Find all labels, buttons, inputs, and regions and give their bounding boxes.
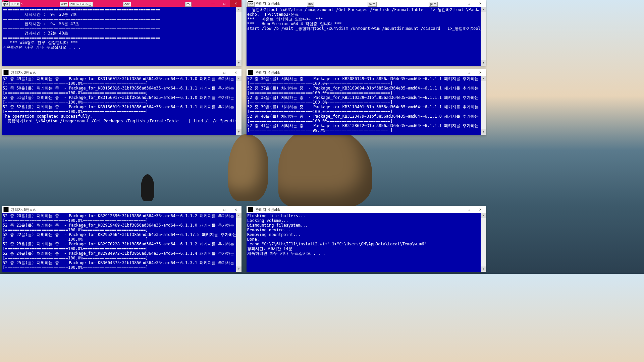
cmd-icon: [248, 207, 253, 212]
close-button[interactable]: ✕: [475, 206, 486, 213]
terminal-line: [==========================100.0%=======…: [3, 246, 241, 251]
terminal-line: Done.: [247, 237, 485, 242]
terminal-line: 경과시간 : 32분 40초: [3, 31, 241, 36]
minimize-button[interactable]: —: [207, 206, 219, 213]
terminal-line: *** wim경로 전부 설정합니다 ***: [3, 40, 241, 45]
terminal-body[interactable]: ========================================…: [2, 7, 241, 66]
terminal-line: 52 중 52을(를) 처리하는 중 - Package_for_KB31560…: [3, 105, 241, 109]
terminal-window-2[interactable]: 관리자: 2번ahk — □ ✕ _통합하기tool_\x64\dism /im…: [247, 0, 486, 66]
titlebar[interactable]: 관리자: 6번ahk — □ ✕: [247, 206, 486, 213]
terminal-line: [==========================100.0%=======…: [247, 81, 485, 86]
terminal-line: [==========================100.0%=======…: [3, 109, 241, 114]
scroll-up-icon[interactable]: ▴: [236, 7, 241, 12]
scrollbar[interactable]: ▴ ▾: [236, 213, 241, 272]
terminal-line: 계속하려면 아무 키나 누르십시오 . . .: [247, 251, 485, 256]
minimize-button[interactable]: —: [207, 0, 219, 7]
titlebar[interactable]: 1번ahk — □ ✕: [2, 0, 241, 7]
terminal-line: ========================================…: [3, 26, 241, 31]
hotkey-label: ihn: [307, 2, 314, 7]
terminal-line: [==========================100.0%=======…: [3, 265, 241, 270]
minimize-button[interactable]: —: [452, 69, 463, 76]
scroll-up-icon[interactable]: ▴: [481, 76, 486, 81]
titlebar[interactable]: 관리자: 3번ahk — □ ✕: [2, 69, 241, 76]
scroll-down-icon[interactable]: ▾: [236, 129, 241, 135]
titlebar[interactable]: 관리자: 2번ahk — □ ✕: [247, 0, 486, 7]
terminal-line: 52 중 21을(를) 처리하는 중 - Package_for_KB29194…: [3, 223, 241, 228]
maximize-button[interactable]: □: [219, 69, 230, 76]
terminal-line: 시작시간 : 9시 23분 7초: [3, 12, 241, 17]
window-title: 관리자: 6번ahk: [255, 207, 280, 212]
titlebar[interactable]: 관리자: 5번ahk — □ ✕: [2, 206, 241, 213]
terminal-line: 52 중 22을(를) 처리하는 중 - Package_for_KB29526…: [3, 232, 241, 237]
maximize-button[interactable]: □: [463, 206, 475, 213]
minimize-button[interactable]: —: [207, 69, 219, 76]
hotkey-label: rfv: [185, 2, 192, 7]
terminal-line: 52 중 40을(를) 처리하는 중 - Package_for_KB31234…: [247, 114, 485, 119]
terminal-line: 52 중 36을(를) 처리하는 중 - Package_for_KB30801…: [247, 76, 485, 81]
maximize-button[interactable]: □: [219, 0, 230, 7]
scrollbar[interactable]: ▴ ▾: [481, 213, 486, 272]
scroll-down-icon[interactable]: ▾: [236, 266, 241, 272]
minimize-button[interactable]: —: [452, 206, 463, 213]
scroll-down-icon[interactable]: ▾: [481, 60, 486, 66]
scrollbar[interactable]: ▴ ▾: [481, 7, 486, 66]
terminal-line: 52 중 37을(를) 처리하는 중 - Package_for_KB31090…: [247, 86, 485, 90]
terminal-line: 계속하려면 아무 키나 누르십시오 . . .: [3, 45, 241, 50]
scrollbar[interactable]: ▴ ▾: [481, 76, 486, 135]
scroll-up-icon[interactable]: ▴: [481, 213, 486, 218]
close-button[interactable]: ✕: [475, 0, 486, 7]
minimize-button[interactable]: —: [452, 0, 463, 7]
window-title: 관리자: 5번ahk: [10, 207, 36, 212]
terminal-body[interactable]: _통합하기tool_\x64\dism /image:mount /Get-Pa…: [247, 7, 486, 66]
terminal-line: 52 중 24을(를) 처리하는 중 - Package_for_KB29849…: [3, 251, 241, 256]
hotkey-label: okm: [368, 2, 377, 7]
terminal-line: Removing device...: [247, 228, 485, 232]
terminal-window-1[interactable]: 1번ahk — □ ✕ ============================…: [2, 0, 241, 66]
maximize-button[interactable]: □: [219, 206, 230, 213]
hotkey-label: edc: [123, 2, 131, 7]
scroll-up-icon[interactable]: ▴: [236, 213, 241, 218]
hotkey-label: tgb: [247, 2, 255, 7]
terminal-window-3[interactable]: 관리자: 3번ahk — □ ✕ 52 중 49을(를) 처리하는 중 - Pa…: [2, 69, 241, 135]
close-button[interactable]: ✕: [230, 0, 241, 7]
scroll-down-icon[interactable]: ▾: [481, 129, 486, 135]
scrollbar[interactable]: ▴ ▾: [236, 76, 241, 135]
bg-rock: [278, 127, 372, 208]
terminal-line: 52 중 41을(를) 처리하는 중 - Package_for_KB31386…: [247, 123, 485, 128]
close-button[interactable]: ✕: [230, 206, 241, 213]
terminal-body[interactable]: 52 중 36을(를) 처리하는 중 - Package_for_KB30801…: [247, 76, 486, 135]
terminal-window-6[interactable]: 관리자: 6번ahk — □ ✕ Flushing file buffers..…: [247, 206, 486, 272]
terminal-window-5[interactable]: 관리자: 5번ahk — □ ✕ 52 중 20을(를) 처리하는 중 - Pa…: [2, 206, 241, 272]
scroll-down-icon[interactable]: ▾: [481, 266, 486, 272]
terminal-line: 52 중 49을(를) 처리하는 중 - Package_for_KB31560…: [3, 76, 241, 81]
terminal-body[interactable]: Flushing file buffers...Locking volume..…: [247, 213, 486, 272]
maximize-button[interactable]: □: [463, 0, 475, 7]
titlebar[interactable]: 관리자: 4번ahk — □ ✕: [247, 69, 486, 76]
scroll-up-icon[interactable]: ▴: [236, 76, 241, 81]
date-label: 2016-06-03-금: [69, 2, 93, 7]
terminal-window-4[interactable]: 관리자: 4번ahk — □ ✕ 52 중 36을(를) 처리하는 중 - Pa…: [247, 69, 486, 135]
close-button[interactable]: ✕: [230, 69, 241, 76]
terminal-line: [==========================100.0%=======…: [3, 90, 241, 95]
terminal-line: The operation completed successfully.: [3, 114, 241, 119]
maximize-button[interactable]: □: [463, 69, 475, 76]
terminal-line: [==========================100.0%=======…: [247, 109, 485, 114]
terminal-line: 52 중 38을(를) 처리하는 중 - Package_for_KB31103…: [247, 95, 485, 100]
terminal-line: start /low /b /wait _통합하기tool_\x64\dism …: [247, 26, 485, 31]
terminal-line: 52 중 25을(를) 처리하는 중 - Package_for_KB30043…: [3, 260, 241, 265]
scroll-down-icon[interactable]: ▾: [236, 60, 241, 66]
terminal-line: [==========================100.0%=======…: [3, 100, 241, 105]
clock-label: 09:58: [9, 2, 20, 7]
terminal-line: [==========================99.7%========…: [247, 128, 485, 133]
close-button[interactable]: ✕: [475, 69, 486, 76]
hotkey-label: qaz: [2, 2, 10, 7]
terminal-line: [==========================100.0%=======…: [3, 237, 241, 242]
scrollbar[interactable]: ▴ ▾: [236, 7, 241, 66]
terminal-line: 52 중 50을(를) 처리하는 중 - Package_for_KB31560…: [3, 86, 241, 90]
terminal-body[interactable]: 52 중 49을(를) 처리하는 중 - Package_for_KB31560…: [2, 76, 241, 135]
terminal-line: echo "O:\7\6th\IE11\install2.wim" 1>"C:\…: [247, 242, 485, 246]
window-title: 관리자: 3번ahk: [10, 70, 36, 75]
terminal-line: 52 중 23을(를) 처리하는 중 - Package_for_KB29702…: [3, 242, 241, 246]
scroll-up-icon[interactable]: ▴: [481, 7, 486, 12]
terminal-body[interactable]: 52 중 20을(를) 처리하는 중 - Package_for_KB29123…: [2, 213, 241, 272]
